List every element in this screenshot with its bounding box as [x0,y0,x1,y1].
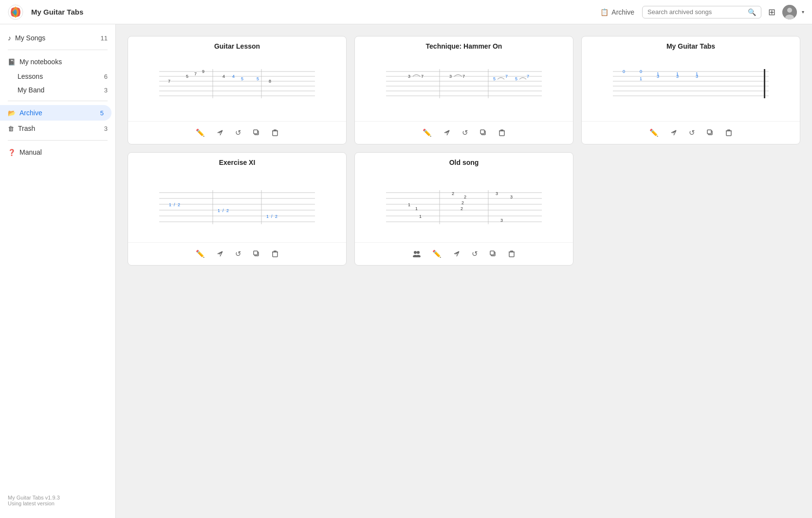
svg-rect-105 [490,251,494,255]
sidebar-count-archive: 5 [100,109,104,117]
svg-point-101 [417,251,420,254]
delete-button-guitar-lesson[interactable] [270,127,280,138]
sidebar-divider-3 [8,140,108,141]
version-status: Using latest version [8,500,108,506]
notation-svg-my-guitar-tabs: 0 0 1 1 1 3 3 3 1 [586,57,796,106]
archive-breadcrumb-icon: 📋 [600,8,609,16]
card-notation-guitar-lesson[interactable]: 7 5 7 9 4 4 5 5 8 [128,53,346,121]
share-button-guitar-lesson[interactable] [215,127,225,138]
svg-rect-22 [254,130,258,134]
avatar[interactable] [782,5,797,19]
duplicate-button-technique[interactable] [478,127,489,138]
svg-text:2: 2 [226,208,229,213]
svg-text:4: 4 [222,74,225,79]
restore-button-old-song[interactable]: ↺ [470,248,480,260]
sidebar-divider-1 [8,50,108,50]
sidebar-item-my-notebooks[interactable]: 📓 My notebooks [0,54,115,70]
svg-rect-81 [273,252,277,257]
svg-rect-106 [509,252,514,257]
sidebar-item-lessons[interactable]: Lessons 6 [0,70,115,83]
svg-text:3: 3 [408,74,410,79]
archive-breadcrumb-label: Archive [611,8,634,16]
card-title-exercise-xi: Exercise XI [128,153,346,169]
delete-button-exercise-xi[interactable] [270,249,280,259]
sidebar-item-my-songs[interactable]: ♪ My Songs 11 [0,30,115,46]
svg-text:2: 2 [275,214,277,219]
card-notation-exercise-xi[interactable]: 1 / 2 1 / 2 1 / 2 [128,169,346,242]
svg-text:3: 3 [500,218,503,223]
edit-button-technique[interactable]: ✏️ [421,126,434,139]
card-notation-my-guitar-tabs[interactable]: 0 0 1 1 1 3 3 3 1 [582,53,800,121]
svg-text:1: 1 [266,214,269,219]
card-notation-technique-hammer-on[interactable]: 3 7 3 7 5 7 5 7 [355,53,573,121]
sidebar-item-manual[interactable]: ❓ Manual [0,144,115,160]
card-actions-my-guitar-tabs: ✏️ ↺ [582,121,800,144]
app-name: My Guitar Tabs [31,8,592,16]
restore-button-guitar-lesson[interactable]: ↺ [233,126,243,139]
svg-rect-61 [726,131,731,136]
svg-text:1: 1 [218,208,220,213]
sidebar-label-manual: Manual [19,148,42,156]
card-title-guitar-lesson: Guitar Lesson [128,36,346,53]
duplicate-button-old-song[interactable] [488,249,498,259]
main-content: Guitar Lesson 7 [116,24,812,518]
card-actions-exercise-xi: ✏️ ↺ [128,242,346,265]
svg-rect-80 [254,251,258,255]
svg-text:3: 3 [449,74,452,79]
svg-text:2: 2 [464,195,466,199]
delete-button-technique[interactable] [497,127,507,138]
svg-text:2: 2 [178,202,180,207]
restore-button-technique[interactable]: ↺ [460,126,470,139]
sidebar-label-archive: Archive [19,109,42,117]
notation-svg-guitar-lesson: 7 5 7 9 4 4 5 5 8 [132,57,342,106]
sidebar-label-lessons: Lessons [18,72,43,80]
edit-button-exercise-xi[interactable]: ✏️ [194,248,207,260]
sidebar-item-my-band[interactable]: My Band 3 [0,83,115,97]
svg-text:/: / [174,202,175,207]
restore-button-exercise-xi[interactable]: ↺ [233,248,243,260]
share-button-old-song[interactable] [451,249,462,259]
share-button-exercise-xi[interactable] [215,249,225,259]
grid-view-button[interactable]: ⊞ [766,5,777,19]
svg-text:3: 3 [657,74,659,79]
card-old-song: Old song 1 2 2 [354,152,573,266]
collaborator-button-old-song[interactable] [411,249,423,259]
svg-text:7: 7 [527,74,529,79]
app-logo [8,4,23,20]
edit-button-my-guitar-tabs[interactable]: ✏️ [647,126,661,139]
sidebar-item-archive[interactable]: 📂 Archive 5 [0,105,111,121]
sidebar-item-trash[interactable]: 🗑 Trash 3 [0,121,115,136]
search-input[interactable] [647,8,745,16]
svg-text:1: 1 [415,206,418,211]
restore-button-my-guitar-tabs[interactable]: ↺ [687,126,697,139]
svg-text:5: 5 [241,76,243,81]
edit-button-guitar-lesson[interactable]: ✏️ [194,126,207,139]
sidebar-label-my-songs: My Songs [15,34,45,42]
delete-button-my-guitar-tabs[interactable] [723,127,734,138]
share-button-technique[interactable] [442,127,452,138]
help-icon: ❓ [8,149,16,156]
sidebar-label-my-notebooks: My notebooks [19,58,62,66]
duplicate-button-exercise-xi[interactable] [251,249,262,259]
sidebar-divider-2 [8,101,108,101]
duplicate-button-guitar-lesson[interactable] [251,127,262,138]
svg-text:2: 2 [461,206,463,211]
card-notation-old-song[interactable]: 1 2 2 3 3 1 2 3 1 2 [355,169,573,242]
cards-grid: Guitar Lesson 7 [128,36,800,266]
svg-text:7: 7 [168,79,170,84]
delete-button-old-song[interactable] [506,249,517,259]
svg-text:3: 3 [496,191,498,196]
svg-rect-60 [707,130,711,134]
svg-text:3: 3 [510,195,513,199]
grid-icon: ⊞ [768,7,775,18]
svg-rect-41 [480,130,484,134]
svg-text:5: 5 [257,76,259,81]
svg-rect-23 [273,131,277,136]
duplicate-button-my-guitar-tabs[interactable] [705,127,716,138]
card-technique-hammer-on: Technique: Hammer On 3 7 [354,36,573,144]
sidebar-count-my-band: 3 [104,87,108,94]
svg-point-2 [787,8,792,13]
share-button-my-guitar-tabs[interactable] [668,127,679,138]
search-box[interactable]: 🔍 [642,6,761,18]
edit-button-old-song[interactable]: ✏️ [430,248,443,260]
